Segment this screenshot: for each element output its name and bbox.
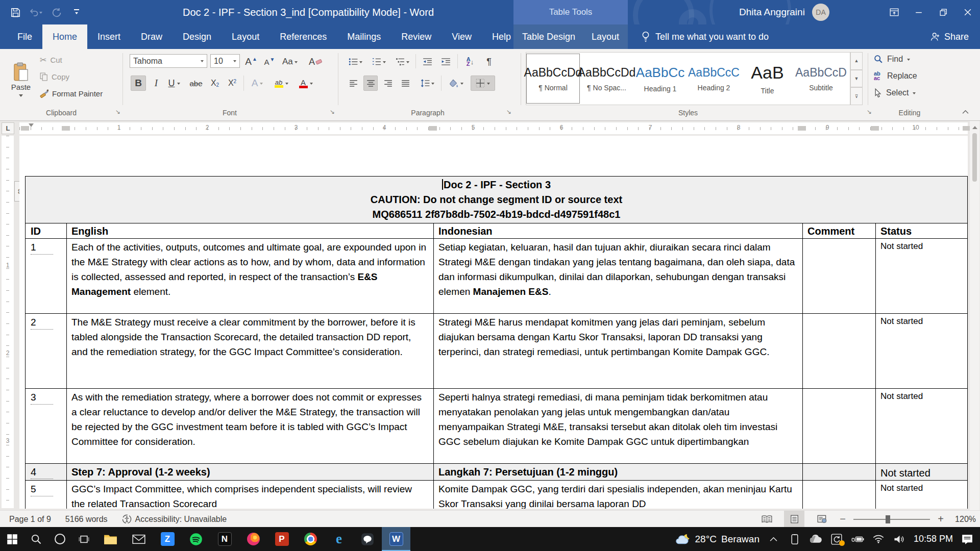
save-button[interactable] (6, 3, 24, 22)
cut-button[interactable]: ✂ Cut (40, 54, 103, 65)
cortana-button[interactable] (48, 527, 72, 551)
cell-indonesian[interactable]: Strategi M&E harus mendapat komitmen yan… (433, 314, 802, 388)
style-heading-1[interactable]: AaBbCc Heading 1 (633, 54, 687, 104)
column-header-comment[interactable]: Comment (802, 223, 875, 238)
chrome-button[interactable] (296, 527, 325, 551)
volume-icon[interactable] (893, 535, 906, 544)
increase-indent-button[interactable] (438, 54, 453, 69)
line-app-button[interactable] (353, 527, 382, 551)
document-page[interactable]: Doc 2 - IPF - Section 3 CAUTION: Do not … (19, 136, 968, 509)
format-painter-button[interactable]: Format Painter (40, 88, 103, 99)
tab-file[interactable]: File (7, 24, 42, 49)
action-center-button[interactable] (961, 534, 974, 545)
cell-comment[interactable] (802, 314, 875, 388)
select-button[interactable]: Select (874, 87, 917, 99)
sort-button[interactable]: AZ ↓ (461, 54, 479, 69)
align-right-button[interactable] (381, 76, 395, 91)
cell-id[interactable]: 3 (26, 389, 66, 463)
bold-button[interactable]: B (131, 76, 146, 91)
undo-button[interactable] (27, 3, 45, 22)
tab-home[interactable]: Home (42, 24, 87, 49)
zoom-app-button[interactable]: Z (153, 527, 182, 551)
notion-button[interactable]: N (210, 527, 239, 551)
zoom-slider[interactable] (853, 519, 930, 520)
ribbon-display-options-button[interactable] (882, 0, 906, 24)
ruler-column-marker[interactable] (62, 126, 70, 131)
ruler-column-marker[interactable] (798, 126, 806, 131)
cell-status[interactable]: Not started (875, 239, 967, 313)
scroll-up-arrow[interactable] (972, 123, 977, 129)
bullets-button[interactable] (345, 54, 365, 69)
clock[interactable]: 10:58 PM (914, 534, 953, 544)
column-header-indonesian[interactable]: Indonesian (433, 223, 802, 238)
paragraph-dialog-launcher[interactable]: ↘ (504, 107, 513, 116)
scrollbar-thumb[interactable] (972, 133, 977, 182)
cell-english[interactable]: GGC’s Impact Committee, which comprises … (66, 481, 433, 509)
style-subtitle[interactable]: AaBbCcD Subtitle (794, 54, 848, 104)
tab-references[interactable]: References (270, 24, 337, 49)
cell-id[interactable]: 2 (26, 314, 66, 388)
share-button[interactable]: Share (930, 24, 969, 49)
tab-table-design[interactable]: Table Design (514, 24, 583, 49)
show-paragraph-marks-button[interactable]: ¶ (482, 54, 496, 69)
styles-dialog-launcher[interactable]: ↘ (865, 107, 874, 116)
cell-status[interactable]: Not started (875, 481, 967, 509)
cell-id[interactable]: 1 (26, 239, 66, 313)
weather-widget[interactable]: 28°C Berawan (675, 533, 760, 545)
ruler-column-marker[interactable] (21, 126, 29, 131)
cell-english[interactable]: The M&E Strategy must receive a clear co… (66, 314, 433, 388)
cell-english[interactable]: Each of the activities, outputs, outcome… (66, 239, 433, 313)
shading-button[interactable] (445, 76, 468, 91)
justify-button[interactable] (398, 76, 412, 91)
italic-button[interactable]: I (149, 76, 163, 91)
tab-insert[interactable]: Insert (87, 24, 131, 49)
cell-english[interactable]: Step 7: Approval (1-2 weeks) (66, 464, 433, 480)
column-header-status[interactable]: Status (875, 223, 967, 238)
cell-english[interactable]: As with the remediation strategy, where … (66, 389, 433, 463)
tray-expand-button[interactable] (767, 537, 780, 542)
indent-marker[interactable] (29, 123, 34, 130)
multilevel-list-button[interactable] (392, 54, 412, 69)
collapse-ribbon-button[interactable] (959, 106, 972, 117)
zoom-in-button[interactable]: + (937, 513, 944, 525)
zoom-level[interactable]: 120% (951, 515, 976, 524)
task-view-button[interactable] (72, 527, 96, 551)
start-button[interactable] (0, 527, 24, 551)
clipboard-dialog-launcher[interactable]: ↘ (113, 107, 122, 116)
font-color-button[interactable]: A (295, 76, 316, 91)
table-title-block[interactable]: Doc 2 - IPF - Section 3 CAUTION: Do not … (26, 177, 967, 223)
word-count[interactable]: 5166 words (65, 515, 108, 524)
styles-more-button[interactable]: ⊽ (850, 87, 863, 105)
edge-button[interactable]: e (325, 527, 353, 551)
numbering-button[interactable] (369, 54, 389, 69)
style-no-spacing[interactable]: AaBbCcDd ¶ No Spac... (580, 54, 633, 104)
font-name-select[interactable]: Tahoma (130, 54, 207, 68)
align-left-button[interactable] (346, 76, 360, 91)
mail-button[interactable] (125, 527, 153, 551)
cell-comment[interactable] (802, 239, 875, 313)
tell-me-box[interactable]: Tell me what you want to do (641, 24, 769, 49)
file-explorer-button[interactable] (96, 527, 125, 551)
accessibility-status[interactable]: Accessibility: Unavailable (122, 514, 227, 524)
user-name[interactable]: Dhita Anggraini (739, 0, 805, 24)
cell-id[interactable]: 5 (26, 481, 66, 509)
tab-draw[interactable]: Draw (131, 24, 173, 49)
subscript-button[interactable]: X2 (207, 76, 223, 91)
zoom-slider-handle[interactable] (886, 515, 890, 523)
text-effects-button[interactable]: A (247, 76, 267, 91)
web-layout-button[interactable] (812, 511, 832, 528)
cell-id[interactable]: 4 (26, 464, 66, 480)
tab-mailings[interactable]: Mailings (337, 24, 391, 49)
font-dialog-launcher[interactable]: ↘ (328, 107, 337, 116)
avatar[interactable]: DA (812, 4, 829, 21)
cell-indonesian[interactable]: Setiap kegiatan, keluaran, hasil dan tuj… (433, 239, 802, 313)
minimize-button[interactable] (906, 0, 931, 24)
customize-qat-button[interactable] (67, 3, 86, 22)
close-button[interactable] (955, 0, 980, 24)
wifi-icon[interactable] (872, 535, 885, 543)
style-title[interactable]: AaB Title (741, 54, 794, 104)
decrease-indent-button[interactable] (420, 54, 435, 69)
cell-indonesian[interactable]: Seperti halnya strategi remediasi, di ma… (433, 389, 802, 463)
ruler-column-marker[interactable] (429, 126, 437, 131)
cell-status[interactable]: Not started (875, 389, 967, 463)
